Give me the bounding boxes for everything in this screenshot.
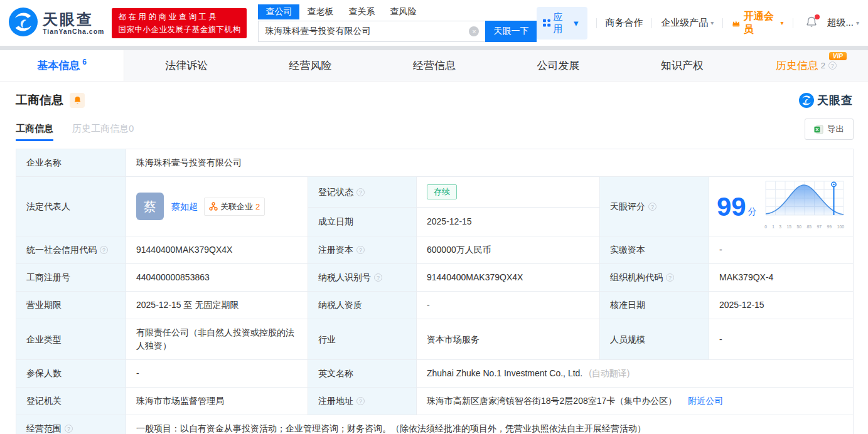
search-tab-risk[interactable]: 查风险 [382, 4, 424, 19]
section-header: 工商信息 天眼查 [0, 82, 868, 109]
company-name-label: 企业名称 [16, 149, 126, 177]
chevron-down-icon: ▾ [856, 19, 859, 26]
tab-company-development[interactable]: 公司发展 [496, 50, 620, 81]
legal-rep-avatar[interactable]: 蔡 [136, 193, 164, 220]
help-icon[interactable]: ? [828, 61, 837, 70]
chevron-down-icon: ▾ [710, 19, 714, 26]
subtab-history-business-info[interactable]: 历史工商信息0 [72, 123, 134, 141]
help-icon[interactable]: ? [100, 246, 108, 254]
clear-search-icon[interactable]: × [469, 26, 479, 36]
search-tab-company[interactable]: 查公司 [258, 4, 299, 19]
company-type-label: 企业类型 [16, 319, 126, 360]
apps-menu[interactable]: 应用 ▾ [537, 7, 587, 40]
company-tab-bar: 基本信息 6 法律诉讼 经营风险 经营信息 公司发展 知识产权 历史信息 2 ?… [0, 50, 868, 82]
company-name-value: 珠海珠科壹号投资有限公司 [126, 149, 854, 177]
help-icon[interactable]: ? [648, 203, 656, 211]
taxpayer-id-value: 91440400MAK379QX4X [417, 264, 600, 292]
taxpayer-id-label: 纳税人识别号? [308, 264, 417, 292]
score-chart-ticks: 01 315 5085 9799 100 [764, 220, 845, 233]
notification-dot [815, 14, 820, 19]
tab-count: 6 [82, 58, 87, 66]
chevron-down-icon: ▾ [574, 18, 579, 29]
search-input[interactable] [265, 26, 469, 36]
registered-address-value: 珠海市高新区唐家湾镇智谷街18号2层208室17卡（集中办公区） 附近公司 [417, 388, 854, 415]
apps-label: 应用 [554, 11, 569, 35]
business-term-value: 2025-12-15 至 无固定期限 [126, 292, 308, 319]
established-label: 成立日期 [308, 208, 417, 236]
business-term-label: 营业期限 [16, 292, 126, 319]
help-icon[interactable]: ? [356, 188, 365, 196]
org-code-label: 组织机构代码? [600, 264, 709, 292]
reg-number-label: 工商注册号 [16, 264, 126, 292]
status-badge: 存续 [427, 184, 457, 199]
excel-icon [814, 125, 823, 134]
tab-legal-litigation[interactable]: 法律诉讼 [124, 50, 248, 81]
help-icon[interactable]: ? [65, 425, 73, 433]
business-scope-label: 经营范围? [16, 415, 126, 434]
table-row: 法定代表人 蔡 蔡如超 关联企业 2 登记状态? [16, 177, 854, 208]
insured-count-label: 参保人数 [16, 360, 126, 388]
legal-rep-label: 法定代表人 [16, 177, 126, 236]
top-header: 天眼查 TianYanCha.com 都在用的商业查询工具 国家中小企业发展子基… [0, 0, 868, 46]
search-tab-relation[interactable]: 查关系 [341, 4, 382, 19]
tab-operation-risk[interactable]: 经营风险 [249, 50, 372, 81]
help-icon[interactable]: ? [374, 273, 382, 282]
subtab-business-info[interactable]: 工商信息 [16, 123, 53, 141]
tab-intellectual-property[interactable]: 知识产权 [620, 50, 744, 81]
uscc-value: 91440400MAK379QX4X [126, 236, 308, 264]
table-row: 统一社会信用代码? 91440400MAK379QX4X 注册资本? 60000… [16, 236, 854, 264]
industry-label: 行业 [308, 319, 417, 360]
promo-line1: 都在用的商业查询工具 [118, 11, 240, 23]
business-cooperation-link[interactable]: 商务合作 [605, 17, 643, 29]
enterprise-products-menu[interactable]: 企业级产品 ▾ [661, 17, 714, 29]
vip-badge: VIP [829, 52, 847, 60]
related-companies-badge[interactable]: 关联企业 2 [204, 198, 265, 216]
open-vip-menu[interactable]: 开通会员 ▾ [732, 10, 783, 36]
reg-number-value: 440400000853863 [126, 264, 308, 292]
help-icon[interactable]: ? [666, 273, 674, 282]
search-button[interactable]: 天眼一下 [485, 21, 537, 42]
apps-grid-icon [543, 18, 550, 28]
legal-rep-cell: 蔡 蔡如超 关联企业 2 [126, 177, 308, 236]
legal-rep-name-link[interactable]: 蔡如超 [171, 200, 198, 213]
search-tab-boss[interactable]: 查老板 [299, 4, 341, 19]
notifications-button[interactable] [805, 16, 818, 31]
super-vip-menu[interactable]: 超级... ▾ [827, 17, 859, 29]
tab-history-info[interactable]: 历史信息 2 ? VIP [744, 50, 868, 81]
business-scope-value: 一般项目：以自有资金从事投资活动；企业管理咨询；财务咨询。（除依法须经批准的项目… [126, 415, 854, 434]
score-unit: 分 [748, 205, 757, 218]
score-label: 天眼评分? [600, 177, 709, 236]
taxpayer-qualification-value: - [417, 292, 600, 319]
help-icon[interactable]: ? [356, 246, 365, 254]
reg-status-label: 登记状态? [308, 177, 417, 208]
tab-operation-info[interactable]: 经营信息 [372, 50, 496, 81]
org-code-value: MAK379QX-4 [709, 264, 854, 292]
chevron-down-icon: ▾ [781, 19, 784, 26]
established-value: 2025-12-15 [417, 208, 600, 236]
tab-basic-info[interactable]: 基本信息 6 [0, 50, 124, 81]
insured-count-value: - [126, 360, 308, 388]
help-icon[interactable]: ? [356, 397, 365, 405]
company-type-value: 有限责任公司（非自然人投资或控股的法人独资） [126, 319, 308, 360]
table-row: 企业类型 有限责任公司（非自然人投资或控股的法人独资） 行业 资本市场服务 人员… [16, 319, 854, 360]
tianyancha-swirl-icon [9, 8, 38, 39]
header-right-nav: 应用 ▾ 商务合作 企业级产品 ▾ 开通会员 ▾ 超级.. [537, 7, 859, 40]
logo-domain: TianYanCha.com [43, 28, 104, 35]
table-row: 工商注册号 440400000853863 纳税人识别号? 91440400MA… [16, 264, 854, 292]
export-button[interactable]: 导出 [805, 119, 854, 140]
crown-icon [732, 19, 741, 28]
reg-capital-value: 600000万人民币 [417, 236, 600, 264]
english-name-label: 英文名称 [308, 360, 417, 388]
nearby-companies-link[interactable]: 附近公司 [688, 396, 723, 406]
score-distribution-chart[interactable]: 01 315 5085 9799 100 [764, 181, 845, 233]
table-row: 经营范围? 一般项目：以自有资金从事投资活动；企业管理咨询；财务咨询。（除依法须… [16, 415, 854, 434]
approval-date-label: 核准日期 [600, 292, 709, 319]
score-value: 99 [717, 193, 746, 221]
subscribe-bell-button[interactable] [70, 93, 85, 108]
tianyancha-logo[interactable]: 天眼查 TianYanCha.com [9, 8, 104, 39]
paid-capital-value: - [709, 236, 854, 264]
industry-value: 资本市场服务 [417, 319, 600, 360]
section-subtabs: 工商信息 历史工商信息0 导出 [0, 119, 868, 141]
taxpayer-qualification-label: 纳税人资质 [308, 292, 417, 319]
staff-size-label: 人员规模 [600, 319, 709, 360]
